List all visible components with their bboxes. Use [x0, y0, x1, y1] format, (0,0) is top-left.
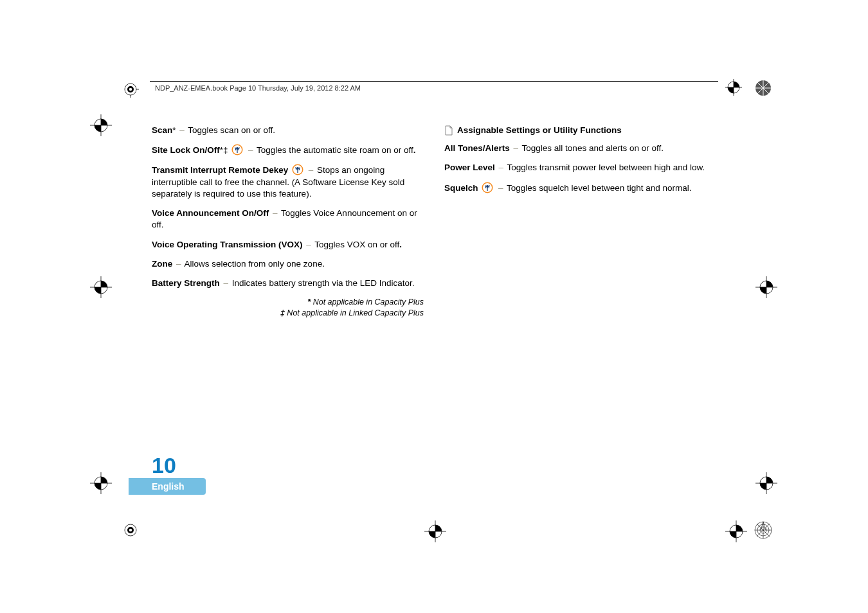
item-vox: Voice Operating Transmission (VOX) – Tog…	[152, 239, 424, 251]
svg-point-56	[487, 185, 489, 187]
item-zone: Zone – Allows selection from only one zo…	[152, 258, 424, 270]
radial-mark-top-right	[754, 78, 773, 98]
crosshair-right-mid	[755, 276, 777, 298]
content-area: Scan* – Toggles scan on or off. Site Loc…	[152, 125, 716, 319]
language-tab: English	[129, 478, 206, 495]
antenna-icon	[292, 164, 303, 175]
reg-mark-top-right-inner	[725, 79, 742, 96]
crosshair-bottom-right-inner	[725, 520, 747, 542]
footnotes: * Not applicable in Capacity Plus ‡ Not …	[152, 297, 424, 319]
crosshair-left-lower	[90, 472, 112, 494]
radial-mark-bottom-right	[754, 520, 773, 540]
page-icon	[444, 125, 453, 136]
reg-mark-bottom-left	[122, 522, 139, 538]
section-title-text: Assignable Settings or Utility Functions	[457, 125, 622, 136]
svg-point-52	[297, 168, 299, 170]
svg-point-48	[237, 148, 239, 150]
svg-point-2	[129, 88, 132, 91]
crosshair-right-lower	[755, 472, 777, 494]
left-column: Scan* – Toggles scan on or off. Site Loc…	[152, 125, 424, 319]
crosshair-bottom-center	[424, 520, 446, 542]
item-site-lock: Site Lock On/Off*‡ – Toggles the automat…	[152, 144, 424, 156]
item-power-level: Power Level – Toggles transmit power lev…	[444, 162, 716, 173]
item-all-tones: All Tones/Alerts – Toggles all tones and…	[444, 143, 716, 154]
reg-mark-top-left	[122, 81, 139, 98]
antenna-icon	[231, 144, 243, 155]
item-scan: Scan* – Toggles scan on or off.	[152, 125, 424, 136]
item-battery: Battery Strength – Indicates battery str…	[152, 278, 424, 289]
header-text: NDP_ANZ-EMEA.book Page 10 Thursday, July…	[155, 84, 361, 92]
item-transmit-interrupt: Transmit Interrupt Remote Dekey – Stops …	[152, 164, 424, 200]
section-title: Assignable Settings or Utility Functions	[444, 125, 716, 136]
antenna-icon	[482, 182, 493, 193]
item-voice-announce: Voice Announcement On/Off – Toggles Voic…	[152, 208, 424, 231]
crosshair-left-mid	[90, 276, 112, 298]
svg-point-30	[129, 529, 132, 531]
header-rule	[150, 81, 718, 82]
item-squelch: Squelch – Toggles squelch level between …	[444, 182, 716, 194]
crosshair-left-upper	[90, 114, 112, 136]
page-number: 10	[152, 453, 176, 478]
right-column: Assignable Settings or Utility Functions…	[444, 125, 716, 319]
